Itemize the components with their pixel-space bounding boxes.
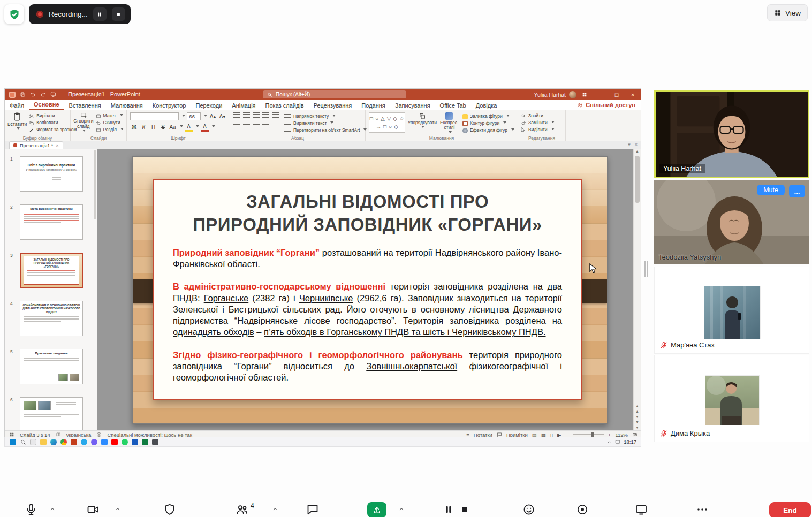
- font-size-combo[interactable]: 66: [187, 112, 201, 120]
- tab-bar-close-icon[interactable]: ×: [635, 142, 638, 147]
- shapes-gallery[interactable]: □○△▽◇☆→□○◇: [369, 112, 405, 133]
- tab-view[interactable]: Подання: [356, 101, 390, 110]
- grow-font-button[interactable]: A▴: [209, 113, 217, 120]
- accessibility-status[interactable]: Спеціальні можливості: щось не так: [107, 432, 192, 438]
- slideshow-icon[interactable]: [50, 92, 56, 97]
- end-meeting-button[interactable]: End: [769, 502, 811, 517]
- zoom-out-icon[interactable]: −: [565, 432, 568, 438]
- undo-icon[interactable]: [30, 92, 36, 97]
- shape-fill-button[interactable]: Заливка фігури: [462, 113, 514, 119]
- paste-button[interactable]: Вставити: [7, 112, 27, 133]
- tab-design[interactable]: Конструктор: [148, 101, 191, 110]
- settings-icon[interactable]: [152, 439, 158, 445]
- chat-icon[interactable]: [306, 503, 319, 516]
- task-view-icon[interactable]: [30, 439, 36, 445]
- slideshow-view-icon[interactable]: ▶: [557, 432, 561, 438]
- scroll-down-icon[interactable]: ▼: [635, 425, 639, 430]
- whatsapp-icon[interactable]: [122, 439, 128, 445]
- ppt-user-account[interactable]: Yuliia Harhat: [534, 89, 576, 100]
- word-icon[interactable]: [132, 439, 138, 445]
- video-tile-teodoziia-yatsyshyn[interactable]: Mute ... Teodoziia Yatsyshyn: [654, 180, 809, 264]
- minimize-button[interactable]: ─: [593, 89, 609, 100]
- video-tile-yuliia-harhat[interactable]: Yuliia Harhat: [654, 90, 809, 178]
- section-button[interactable]: Розділ: [96, 127, 124, 133]
- shape-effects-button[interactable]: Ефекти для фігур: [462, 127, 514, 133]
- video-tile-mariana-stakh[interactable]: Мар'яна Стах: [654, 267, 809, 354]
- strikethrough-button[interactable]: S: [159, 124, 167, 131]
- security-shield-badge[interactable]: [4, 4, 24, 24]
- tab-review[interactable]: Рецензування: [309, 101, 357, 110]
- camera-chevron-icon[interactable]: [115, 506, 121, 512]
- start-button-icon[interactable]: [10, 439, 16, 445]
- slide-editing-area[interactable]: ЗАГАЛЬНІ ВІДОМОСТІ ПРО ПРИРОДНИЙ ЗАПОВІД…: [97, 149, 634, 430]
- tab-office-tab[interactable]: Office Tab: [435, 101, 471, 110]
- tray-chevron-icon[interactable]: [606, 439, 612, 445]
- tab-animations[interactable]: Анімація: [227, 101, 260, 110]
- video-tile-dyma-kryka[interactable]: Дима Крыка: [654, 355, 809, 442]
- bullets-icon[interactable]: [233, 112, 240, 118]
- telegram-icon[interactable]: [81, 439, 87, 445]
- align-left-icon[interactable]: [233, 121, 240, 126]
- security-icon[interactable]: [163, 503, 176, 516]
- participants-icon[interactable]: [236, 503, 248, 516]
- participant-more-button[interactable]: ...: [789, 185, 805, 197]
- participants-chevron-icon[interactable]: [272, 506, 278, 512]
- reset-button[interactable]: Скинути: [96, 120, 124, 126]
- file-explorer-icon[interactable]: [40, 439, 47, 445]
- zoom-slider[interactable]: [573, 434, 604, 435]
- thumbnail-scrollbar[interactable]: [94, 150, 96, 219]
- thumbnail-item-2[interactable]: 2 Мета виробничої практики: [20, 204, 84, 240]
- pause-recording-icon[interactable]: [442, 503, 455, 516]
- thumbnail-item-3-selected[interactable]: 3 ЗАГАЛЬНІ ВІДОМОСТІ ПРО ПРИРОДНИЙ ЗАПОВ…: [20, 253, 84, 288]
- tab-file[interactable]: Файл: [5, 101, 29, 110]
- justify-icon[interactable]: [262, 121, 269, 126]
- zoom-in-icon[interactable]: +: [608, 432, 611, 438]
- font-color-button[interactable]: A: [201, 123, 209, 132]
- chrome-browser-icon[interactable]: [60, 439, 67, 445]
- shrink-font-button[interactable]: A▾: [218, 113, 226, 120]
- find-button[interactable]: Знайти: [521, 113, 555, 119]
- scrollbar-thumb[interactable]: [635, 156, 640, 203]
- stop-recording-icon[interactable]: [458, 503, 471, 516]
- mute-button[interactable]: Mute: [757, 185, 785, 195]
- previous-slide-icon[interactable]: ▲▲: [635, 404, 639, 414]
- tab-slideshow[interactable]: Показ слайдів: [261, 101, 309, 110]
- share-chevron-icon[interactable]: [398, 506, 405, 512]
- new-slide-button[interactable]: Створити слайд: [73, 112, 94, 133]
- save-icon[interactable]: [20, 92, 26, 97]
- restore-button[interactable]: □: [609, 89, 625, 100]
- tab-recording[interactable]: Записування: [390, 101, 435, 110]
- edge-browser-icon[interactable]: [50, 439, 57, 445]
- smartart-button[interactable]: Перетворити на об'єкт SmartArt: [284, 127, 367, 133]
- numbering-icon[interactable]: [243, 112, 250, 118]
- change-case-button[interactable]: Aa: [169, 124, 177, 131]
- arrange-button[interactable]: Упорядкувати: [408, 112, 436, 135]
- tab-transitions[interactable]: Переходи: [191, 101, 227, 110]
- bold-button[interactable]: Ж: [130, 124, 138, 131]
- ppt-search-box[interactable]: Пошук (Alt+Й): [263, 90, 406, 98]
- slide-sorter-view-icon[interactable]: ▦: [541, 432, 546, 438]
- taskbar-search-icon[interactable]: [20, 439, 26, 445]
- slide-canvas[interactable]: ЗАГАЛЬНІ ВІДОМОСТІ ПРО ПРИРОДНИЙ ЗАПОВІД…: [132, 156, 608, 424]
- recording-stop-button[interactable]: [112, 7, 125, 21]
- text-direction-button[interactable]: Напрямок тексту: [284, 113, 367, 119]
- thumbnail-item-5[interactable]: 5 Практичне завдання: [20, 349, 84, 384]
- layout-button[interactable]: Макет: [96, 113, 124, 119]
- thumbnail-item-1[interactable]: 1 Звіт з виробничої практики У природном…: [20, 156, 84, 192]
- font-name-combo[interactable]: [130, 112, 179, 120]
- fit-slide-icon[interactable]: [632, 432, 638, 437]
- mic-icon[interactable]: [25, 503, 37, 516]
- close-button[interactable]: ×: [625, 89, 641, 100]
- redo-icon[interactable]: [40, 92, 46, 97]
- zoom-app-icon[interactable]: [101, 439, 108, 445]
- tab-home[interactable]: Основне: [29, 100, 64, 110]
- underline-button[interactable]: П: [149, 124, 157, 131]
- camera-icon[interactable]: [87, 503, 100, 516]
- ribbon-display-options-icon[interactable]: [576, 89, 593, 100]
- normal-view-icon[interactable]: ▤: [532, 432, 537, 438]
- line-spacing-icon[interactable]: [272, 112, 279, 118]
- reactions-icon[interactable]: [522, 503, 535, 516]
- more-options-icon[interactable]: [696, 503, 709, 516]
- next-slide-icon[interactable]: ▼▼: [635, 414, 639, 425]
- excel-icon[interactable]: [142, 439, 148, 445]
